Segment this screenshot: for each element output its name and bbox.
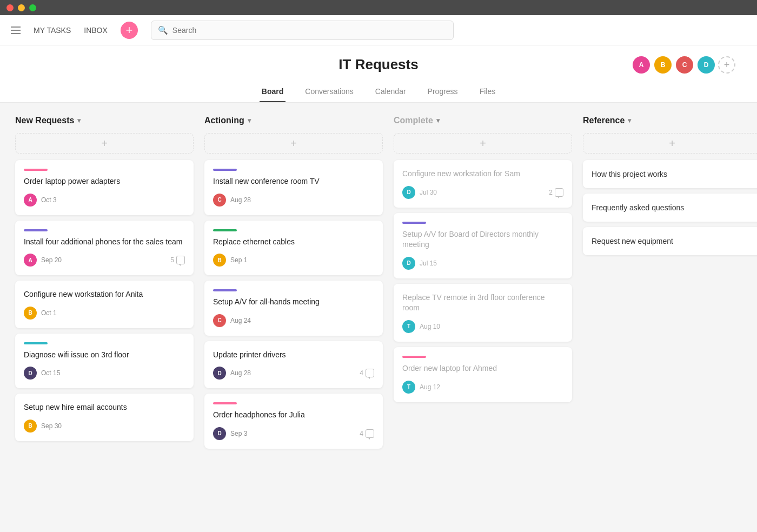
- card-email-accounts[interactable]: Setup new hire email accounts B Sep 30: [15, 394, 194, 441]
- add-card-actioning[interactable]: +: [204, 133, 383, 154]
- avatar: D: [402, 257, 415, 270]
- card-av-allhands[interactable]: Setup A/V for all-hands meeting C Aug 24: [204, 281, 383, 336]
- card-date: Aug 28: [230, 196, 251, 204]
- card-meta: T Aug 10: [402, 320, 440, 333]
- card-footer: C Aug 24: [213, 314, 374, 327]
- card-order-laptop-adapters[interactable]: Order laptop power adapters A Oct 3: [15, 160, 194, 215]
- card-title: Install new conference room TV: [213, 176, 374, 187]
- column-header-reference: Reference ▾: [583, 116, 757, 125]
- close-button[interactable]: [6, 4, 14, 11]
- card-headphones-julia[interactable]: Order headphones for Julia D Sep 3 4: [204, 394, 383, 449]
- minimize-button[interactable]: [18, 4, 25, 11]
- card-title: Setup new hire email accounts: [24, 402, 185, 413]
- card-title: Order new laptop for Ahmed: [402, 363, 563, 374]
- column-title-complete: Complete ▾: [394, 116, 440, 125]
- card-footer: T Aug 12: [402, 381, 563, 394]
- card-configure-sam[interactable]: Configure new workstation for Sam D Jul …: [394, 160, 572, 208]
- card-ethernet[interactable]: Replace ethernet cables B Sep 1: [204, 221, 383, 276]
- tab-conversations[interactable]: Conversations: [303, 82, 356, 102]
- card-meta: B Oct 1: [24, 307, 57, 320]
- card-date: Sep 1: [230, 256, 247, 264]
- card-title: Configure new workstation for Anita: [24, 289, 185, 300]
- card-accent: [24, 169, 48, 171]
- avatar: A: [24, 194, 37, 207]
- card-footer: D Sep 3 4: [213, 427, 374, 440]
- hamburger-menu[interactable]: [11, 26, 21, 34]
- card-tv-remote[interactable]: Replace TV remote in 3rd floor conferenc…: [394, 284, 572, 342]
- card-footer: D Oct 15: [24, 367, 185, 380]
- tab-progress[interactable]: Progress: [426, 82, 460, 102]
- avatar: T: [402, 381, 415, 394]
- member-avatars: A B C D +: [632, 55, 735, 75]
- card-meta: D Jul 30: [402, 186, 437, 199]
- card-configure-anita[interactable]: Configure new workstation for Anita B Oc…: [15, 281, 194, 328]
- card-title: Order laptop power adapters: [24, 176, 185, 187]
- comment-count: 5: [170, 256, 185, 264]
- comment-icon: [176, 256, 185, 264]
- comment-icon: [555, 188, 563, 197]
- card-printer-drivers[interactable]: Update printer drivers D Aug 28 4: [204, 341, 383, 389]
- add-member-button[interactable]: +: [718, 56, 735, 74]
- card-install-phones[interactable]: Install four additional phones for the s…: [15, 221, 194, 276]
- ref-faq[interactable]: Frequently asked questions: [583, 194, 757, 222]
- card-title: Setup A/V for all-hands meeting: [213, 297, 374, 308]
- chevron-down-icon: ▾: [628, 117, 631, 124]
- card-wifi-issue[interactable]: Diagnose wifi issue on 3rd floor D Oct 1…: [15, 334, 194, 389]
- column-reference: Reference ▾ + How this project works Fre…: [583, 116, 757, 522]
- card-laptop-ahmed[interactable]: Order new laptop for Ahmed T Aug 12: [394, 347, 572, 402]
- search-icon: 🔍: [158, 25, 168, 35]
- project-header: A B C D + IT Requests Board Conversation…: [0, 45, 757, 103]
- card-meta: D Oct 15: [24, 367, 60, 380]
- comment-count: 2: [549, 188, 563, 197]
- card-footer: T Aug 10: [402, 320, 563, 333]
- tab-board[interactable]: Board: [260, 82, 285, 102]
- column-header-new-requests: New Requests ▾: [15, 116, 194, 125]
- comment-count: 4: [360, 369, 374, 377]
- my-tasks-link[interactable]: MY TASKS: [34, 26, 71, 35]
- card-date: Oct 3: [41, 196, 57, 204]
- column-new-requests: New Requests ▾ + Order laptop power adap…: [15, 116, 194, 522]
- card-footer: D Jul 30 2: [402, 186, 563, 199]
- card-accent: [213, 169, 237, 171]
- card-accent: [24, 342, 48, 344]
- inbox-link[interactable]: INBOX: [84, 26, 108, 35]
- ref-how-project-works[interactable]: How this project works: [583, 160, 757, 188]
- card-meta: B Sep 1: [213, 254, 247, 267]
- search-input[interactable]: [172, 26, 447, 35]
- card-date: Sep 20: [41, 256, 62, 264]
- card-title: Configure new workstation for Sam: [402, 169, 563, 179]
- card-title: Replace ethernet cables: [213, 237, 374, 248]
- card-footer: C Aug 28: [213, 194, 374, 207]
- tab-calendar[interactable]: Calendar: [373, 82, 408, 102]
- tab-files[interactable]: Files: [477, 82, 498, 102]
- fullscreen-button[interactable]: [29, 4, 36, 11]
- avatar: B: [213, 254, 226, 267]
- avatar: C: [213, 194, 226, 207]
- card-meta: T Aug 12: [402, 381, 440, 394]
- card-conference-tv[interactable]: Install new conference room TV C Aug 28: [204, 160, 383, 215]
- card-date: Aug 24: [230, 317, 251, 324]
- avatar: D: [696, 55, 716, 75]
- card-av-board[interactable]: Setup A/V for Board of Directors monthly…: [394, 213, 572, 278]
- card-title: Diagnose wifi issue on 3rd floor: [24, 350, 185, 361]
- card-date: Jul 30: [420, 189, 437, 196]
- card-date: Oct 1: [41, 309, 57, 317]
- card-accent: [213, 229, 237, 231]
- ref-request-equipment[interactable]: Request new equipment: [583, 227, 757, 255]
- top-nav: MY TASKS INBOX + 🔍: [0, 15, 757, 45]
- add-card-reference[interactable]: +: [583, 133, 757, 154]
- card-date: Sep 30: [41, 422, 62, 430]
- card-footer: B Oct 1: [24, 307, 185, 320]
- column-header-complete: Complete ▾: [394, 116, 572, 125]
- card-footer: B Sep 1: [213, 254, 374, 267]
- add-card-complete[interactable]: +: [394, 133, 572, 154]
- card-date: Aug 12: [420, 383, 440, 391]
- card-accent: [24, 229, 48, 231]
- card-meta: B Sep 30: [24, 420, 62, 433]
- card-title: Update printer drivers: [213, 350, 374, 361]
- card-meta: C Aug 28: [213, 194, 251, 207]
- column-header-actioning: Actioning ▾: [204, 116, 383, 125]
- card-meta: D Sep 3: [213, 427, 247, 440]
- add-card-new-requests[interactable]: +: [15, 133, 194, 154]
- add-button[interactable]: +: [121, 22, 138, 39]
